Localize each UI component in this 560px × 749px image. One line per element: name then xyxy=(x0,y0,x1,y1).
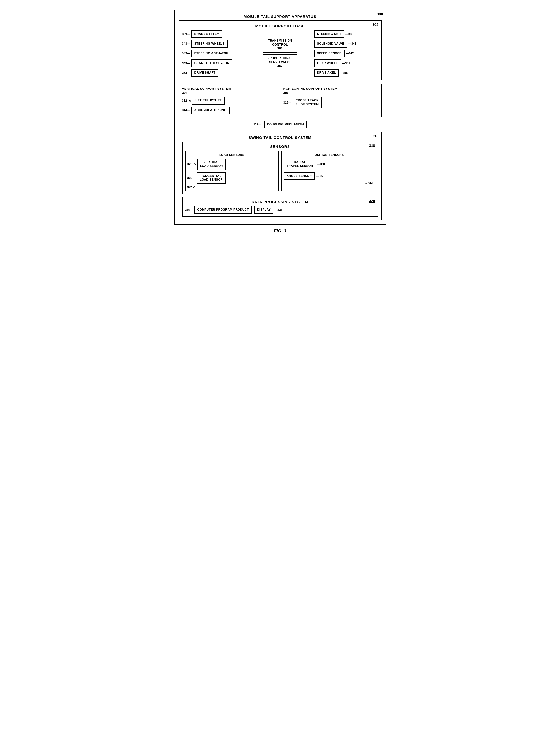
ref-345: 345— xyxy=(182,52,190,55)
dps-item-334: 334— COMPUTER PROGRAM PRODUCT xyxy=(185,206,252,214)
dps-number: 320 xyxy=(369,199,375,203)
lift-structure-box: LIFT STRUCTURE xyxy=(192,97,225,105)
radial-travel-sensor-box: RADIALTRAVEL SENSOR xyxy=(284,158,316,170)
page: 300 MOBILE TAIL SUPPORT APPARATUS 302 MO… xyxy=(169,5,391,239)
stcs-box: 310 SWING TAIL CONTROL SYSTEM 318 SENSOR… xyxy=(179,132,382,220)
vss-item-314: 314— ACCUMULATOR UNIT xyxy=(182,107,277,114)
msb-item-355: DRIVE AXEL —355 xyxy=(314,69,378,77)
drive-shaft-box: DRIVE SHAFT xyxy=(192,69,219,77)
ref-339: 339— xyxy=(182,32,190,36)
msb-number: 302 xyxy=(372,22,378,27)
accumulator-unit-box: ACCUMULATOR UNIT xyxy=(192,107,230,114)
ref-349: 349— xyxy=(182,62,190,65)
msb-item-351: GEAR WHEEL —351 xyxy=(314,59,378,67)
dps-title: DATA PROCESSING SYSTEM xyxy=(185,200,375,204)
msb-grid: 339— BRAKE SYSTEM 343— STEERING WHEELS 3… xyxy=(182,30,378,77)
msb-item-349: 349— GEAR TOOTH SENSOR xyxy=(182,59,246,67)
load-sensor-items: 326 ↘ VERTICALLOAD SENSOR 328— TANGENTIA… xyxy=(187,158,276,184)
outer-number: 300 xyxy=(377,12,383,16)
hss-item-316: 316— CROSS TRACKSLIDE SYSTEM xyxy=(283,97,378,108)
load-sensors-group: LOAD SENSORS 326 ↘ VERTICALLOAD SENSOR 3… xyxy=(185,151,279,191)
msb-center-col: TRANSMISSIONCONTROL361 PROPORTIONALSERVO… xyxy=(248,37,312,70)
sensors-box: 318 SENSORS LOAD SENSORS 326 ↘ VERTICALL… xyxy=(182,142,378,194)
position-sensor-items: RADIALTRAVEL SENSOR —330 ANGLE SENSOR —3… xyxy=(284,158,373,180)
ref-351: —351 xyxy=(342,62,350,65)
sensors-number: 318 xyxy=(369,144,375,148)
vss-half: VERTICAL SUPPORT SYSTEM 304 312 ↘ LIFT S… xyxy=(179,84,280,116)
steering-wheels-box: STEERING WHEELS xyxy=(192,40,228,48)
ref-336: —336 xyxy=(274,208,282,212)
angle-sensor-box: ANGLE SENSOR xyxy=(284,172,315,180)
ref-353: 353— xyxy=(182,71,190,75)
ref-308: 308— xyxy=(253,123,261,126)
vss-arrow-312: ↘ xyxy=(188,99,191,102)
coupling-mechanism-box: COUPLING MECHANISM xyxy=(264,121,307,128)
dps-item-336: DISPLAY —336 xyxy=(254,206,283,214)
steering-unit-box: STEERING UNIT xyxy=(314,30,344,38)
ref-330: —330 xyxy=(317,163,325,166)
computer-program-product-box: COMPUTER PROGRAM PRODUCT xyxy=(194,206,252,214)
ref-343: 343— xyxy=(182,42,190,45)
drive-axel-box: DRIVE AXEL xyxy=(314,69,339,77)
figure-label: FIG. 3 xyxy=(174,229,386,234)
msb-item-345: 345— STEERING ACTUATOR xyxy=(182,49,246,58)
transmission-control-box: TRANSMISSIONCONTROL361 xyxy=(263,37,297,52)
vss-item-312: 312 ↘ LIFT STRUCTURE xyxy=(182,97,277,105)
ref-312: 312 xyxy=(182,99,187,102)
sensors-title: SENSORS xyxy=(185,145,375,149)
ref-324-label: ↙ 324 xyxy=(284,182,373,185)
vss-title: VERTICAL SUPPORT SYSTEM xyxy=(182,87,277,90)
msb-left-col: 339— BRAKE SYSTEM 343— STEERING WHEELS 3… xyxy=(182,30,246,77)
msb-item-347: SPEED SENSOR —347 xyxy=(314,49,378,58)
hss-title: HORIZONTAL SUPPORT SYSTEM xyxy=(283,87,378,90)
brake-system-box: BRAKE SYSTEM xyxy=(192,30,222,38)
support-systems-row: VERTICAL SUPPORT SYSTEM 304 312 ↘ LIFT S… xyxy=(179,84,382,117)
ref-355: —355 xyxy=(340,71,348,75)
hss-half: HORIZONTAL SUPPORT SYSTEM 306 316— CROSS… xyxy=(280,84,381,116)
position-sensor-330: RADIALTRAVEL SENSOR —330 xyxy=(284,158,373,170)
ref-314: 314— xyxy=(182,108,190,112)
gear-tooth-sensor-box: GEAR TOOTH SENSOR xyxy=(192,59,232,67)
msb-item-343: 343— STEERING WHEELS xyxy=(182,40,246,48)
ref-341: —341 xyxy=(349,42,356,45)
sensors-grid: LOAD SENSORS 326 ↘ VERTICALLOAD SENSOR 3… xyxy=(185,151,375,191)
dps-content: 334— COMPUTER PROGRAM PRODUCT DISPLAY —3… xyxy=(185,206,375,214)
msb-item-338: STEERING UNIT —338 xyxy=(314,30,378,38)
ref-334: 334— xyxy=(185,208,193,212)
ref-326: 326 xyxy=(187,163,193,166)
position-sensors-title: POSITION SENSORS xyxy=(284,153,373,156)
gear-wheel-box: GEAR WHEEL xyxy=(314,59,341,67)
outer-diagram-box: 300 MOBILE TAIL SUPPORT APPARATUS 302 MO… xyxy=(174,10,386,224)
ref-328: 328— xyxy=(187,176,195,180)
display-box: DISPLAY xyxy=(254,206,273,214)
msb-right-col: STEERING UNIT —338 SOLENOID VALVE —341 S… xyxy=(314,30,378,77)
stcs-number: 310 xyxy=(372,134,378,138)
coupling-row: 308— COUPLING MECHANISM xyxy=(179,121,382,128)
vertical-load-sensor-box: VERTICALLOAD SENSOR xyxy=(197,158,226,170)
solenoid-valve-box: SOLENOID VALVE xyxy=(314,40,348,48)
speed-sensor-box: SPEED SENSOR xyxy=(314,49,345,58)
position-sensors-group: POSITION SENSORS RADIALTRAVEL SENSOR —33… xyxy=(282,151,375,191)
ref-332: —332 xyxy=(316,174,324,178)
load-sensor-326: 326 ↘ VERTICALLOAD SENSOR xyxy=(187,158,276,170)
load-sensors-title: LOAD SENSORS xyxy=(187,153,276,156)
mobile-support-base-box: 302 MOBILE SUPPORT BASE 339— BRAKE SYSTE… xyxy=(179,20,382,80)
tangential-load-sensor-box: TANGENTIALLOAD SENSOR xyxy=(197,172,226,184)
position-sensor-332: ANGLE SENSOR —332 xyxy=(284,172,373,180)
ref-322-label: 322 ↗ xyxy=(187,186,276,189)
arrow-326: ↘ xyxy=(194,163,196,166)
msb-title: MOBILE SUPPORT BASE xyxy=(182,24,378,28)
ref-338: —338 xyxy=(345,32,353,36)
vss-number: 304 xyxy=(182,91,277,95)
msb-item-341: SOLENOID VALVE —341 xyxy=(314,40,378,48)
load-sensor-328: 328— TANGENTIALLOAD SENSOR xyxy=(187,172,276,184)
msb-item-353: 353— DRIVE SHAFT xyxy=(182,69,246,77)
proportional-servo-valve-box: PROPORTIONALSERVO VALVE357 xyxy=(263,55,297,70)
stcs-title: SWING TAIL CONTROL SYSTEM xyxy=(182,135,378,140)
cross-track-slide-box: CROSS TRACKSLIDE SYSTEM xyxy=(293,97,322,108)
steering-actuator-box: STEERING ACTUATOR xyxy=(192,49,231,58)
hss-number: 306 xyxy=(283,91,378,95)
ref-347: —347 xyxy=(346,52,354,55)
dps-box: 320 DATA PROCESSING SYSTEM 334— COMPUTER… xyxy=(182,197,378,217)
ref-316: 316— xyxy=(283,101,291,104)
